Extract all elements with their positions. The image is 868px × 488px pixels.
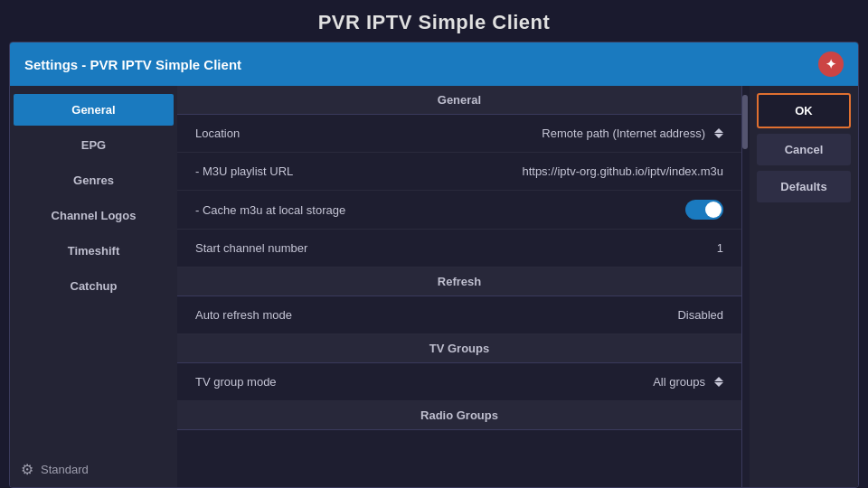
page-title: PVR IPTV Simple Client	[318, 0, 551, 42]
section-header-radio-groups: Radio Groups	[177, 401, 741, 430]
sidebar-item-general[interactable]: General	[14, 94, 174, 126]
m3u-url-label: - M3U playlist URL	[195, 164, 293, 178]
kodi-icon[interactable]: ✦	[818, 52, 844, 77]
gear-icon: ⚙	[21, 461, 33, 478]
setting-row-tv-group-mode[interactable]: TV group mode All groups	[177, 363, 741, 401]
sidebar-item-channel-logos[interactable]: Channel Logos	[14, 200, 174, 231]
location-value[interactable]: Remote path (Internet address)	[542, 127, 723, 140]
setting-row-cache-m3u[interactable]: - Cache m3u at local storage	[177, 191, 741, 230]
sidebar-standard-label: Standard	[41, 463, 89, 476]
ok-button[interactable]: OK	[757, 93, 851, 128]
dialog-body: General EPG Genres Channel Logos Timeshi…	[10, 86, 858, 488]
section-header-tv-groups: TV Groups	[177, 334, 741, 363]
sidebar-standard[interactable]: ⚙ Standard	[10, 454, 177, 485]
tv-group-chevron	[714, 377, 723, 387]
setting-row-m3u-url[interactable]: - M3U playlist URL https://iptv-org.gith…	[177, 153, 741, 191]
location-value-text: Remote path (Internet address)	[542, 127, 705, 140]
tv-group-mode-value[interactable]: All groups	[653, 375, 723, 389]
main-content: General Location Remote path (Internet a…	[177, 86, 742, 488]
action-buttons: OK Cancel Defaults	[750, 86, 858, 488]
dialog-header: Settings - PVR IPTV Simple Client ✦	[10, 42, 858, 86]
setting-row-start-channel[interactable]: Start channel number 1	[177, 230, 741, 267]
section-header-general: General	[177, 86, 741, 115]
sidebar: General EPG Genres Channel Logos Timeshi…	[10, 86, 177, 488]
sidebar-item-epg[interactable]: EPG	[14, 129, 174, 161]
start-channel-value: 1	[717, 241, 723, 255]
chevron-up-icon2	[714, 377, 723, 381]
sidebar-item-timeshift[interactable]: Timeshift	[14, 235, 174, 267]
location-chevron	[714, 128, 723, 138]
setting-row-auto-refresh[interactable]: Auto refresh mode Disabled	[177, 296, 741, 334]
cache-m3u-label: - Cache m3u at local storage	[195, 203, 345, 217]
chevron-down-icon	[714, 134, 723, 138]
settings-dialog: Settings - PVR IPTV Simple Client ✦ Gene…	[9, 42, 859, 488]
m3u-url-value: https://iptv-org.github.io/iptv/index.m3…	[522, 164, 723, 178]
chevron-up-icon	[714, 128, 723, 133]
cache-toggle[interactable]	[685, 200, 723, 220]
chevron-down-icon2	[714, 382, 723, 387]
auto-refresh-label: Auto refresh mode	[195, 308, 292, 322]
start-channel-label: Start channel number	[195, 241, 307, 255]
location-label: Location	[195, 127, 240, 140]
sidebar-item-catchup[interactable]: Catchup	[14, 270, 174, 302]
scrollbar-track[interactable]	[742, 86, 750, 488]
main-content-wrapper: General Location Remote path (Internet a…	[177, 86, 750, 488]
dialog-header-title: Settings - PVR IPTV Simple Client	[24, 57, 241, 72]
tv-group-mode-label: TV group mode	[195, 375, 277, 389]
setting-row-location[interactable]: Location Remote path (Internet address)	[177, 115, 741, 153]
section-header-refresh: Refresh	[177, 267, 741, 296]
sidebar-item-genres[interactable]: Genres	[14, 164, 174, 196]
scrollbar-thumb	[742, 95, 748, 149]
defaults-button[interactable]: Defaults	[757, 171, 851, 202]
cancel-button[interactable]: Cancel	[757, 134, 851, 165]
toggle-knob	[705, 202, 722, 218]
auto-refresh-value: Disabled	[677, 308, 723, 322]
